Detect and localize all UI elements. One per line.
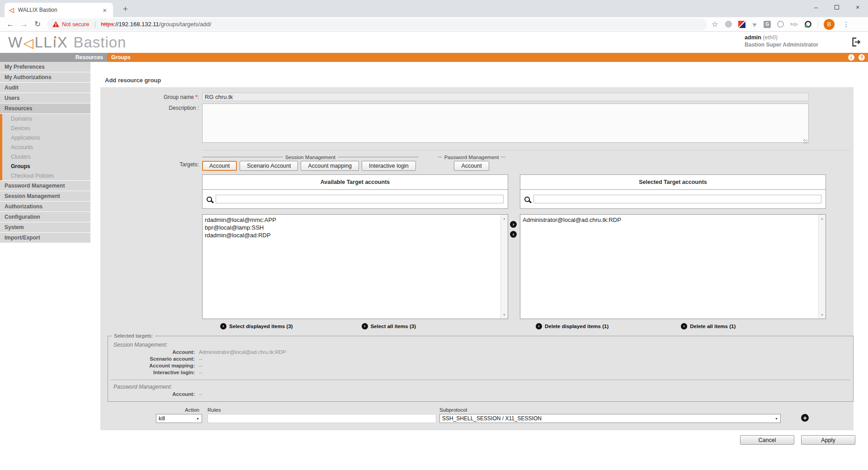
available-search-input[interactable]	[216, 195, 504, 203]
cookie-extension-icon[interactable]	[725, 21, 732, 28]
logout-icon[interactable]	[850, 36, 862, 50]
move-left-button[interactable]: ‹	[510, 231, 517, 238]
scroll-up-icon[interactable]: ▲	[501, 215, 508, 222]
delete-displayed-items-link[interactable]: ‹ Delete displayed items (1)	[536, 323, 609, 329]
scroll-down-icon[interactable]: ▼	[819, 311, 826, 318]
scrollbar[interactable]: ▲ ▼	[818, 215, 826, 319]
resize-grip-icon[interactable]	[803, 139, 808, 144]
description-label: Description :	[100, 103, 199, 145]
logo-w: W	[8, 34, 23, 51]
selected-search-input[interactable]	[533, 195, 821, 203]
select-displayed-items-link[interactable]: › Select displayed items (3)	[220, 323, 293, 329]
window-close-button[interactable]: ×	[847, 0, 868, 14]
sidebar-item-checkout-policies[interactable]: Checkout Policies	[2, 171, 90, 180]
window-minimize-button[interactable]: –	[806, 0, 826, 14]
back-icon[interactable]: ←	[4, 20, 17, 29]
sidebar-item-configuration[interactable]: Configuration	[0, 212, 90, 222]
wallix-favicon-icon: ◁	[9, 6, 14, 14]
sidebar-item-password-management[interactable]: Password Management	[0, 181, 90, 191]
sql-extension-icon[interactable]: SQL	[790, 22, 798, 26]
sidebar-item-users[interactable]: Users	[0, 93, 90, 103]
chevron-down-icon: ▼	[196, 417, 199, 420]
g-extension-icon[interactable]: G	[764, 21, 771, 28]
address-bar[interactable]: Not secure | https://192.168.132.11/grou…	[47, 19, 707, 30]
app-header: W◁LLıXBastion admin (eth0) Bastion Super…	[0, 32, 868, 53]
circle-extension-icon[interactable]	[777, 21, 784, 28]
select-all-items-link[interactable]: › Select all items (3)	[362, 323, 416, 329]
arrow-right-circle-icon: ›	[220, 323, 226, 329]
summary-row-value: --	[199, 370, 203, 375]
list-item[interactable]: rdadmin@local@mmc:APP	[203, 216, 499, 224]
reload-icon[interactable]: ↻	[31, 19, 44, 29]
sidebar-item-my-authorizations[interactable]: My Authorizations	[0, 72, 90, 82]
scroll-down-icon[interactable]: ▼	[501, 311, 508, 318]
q-extension-icon[interactable]	[805, 21, 811, 28]
forward-icon[interactable]: →	[17, 20, 31, 29]
group-name-input[interactable]	[202, 93, 809, 101]
window-restore-button[interactable]	[826, 0, 847, 14]
new-tab-button[interactable]: +	[120, 4, 131, 15]
arrow-left-circle-icon: ‹	[536, 323, 542, 329]
target-type-account-button[interactable]: Account	[202, 161, 237, 171]
flag-extension-icon[interactable]	[738, 21, 745, 28]
browser-menu-icon[interactable]: ⋮	[840, 20, 852, 28]
target-type-account-mapping-button[interactable]: Account mapping	[301, 161, 359, 171]
info-icon[interactable]: i	[848, 54, 854, 61]
sidebar-item-authorizations[interactable]: Authorizations	[0, 202, 90, 212]
bookmark-star-icon[interactable]: ☆	[712, 20, 718, 28]
navbar-item-resources[interactable]: Resources	[75, 54, 103, 61]
sidebar-item-domains[interactable]: Domains	[2, 114, 90, 123]
apply-button[interactable]: Apply	[801, 435, 855, 445]
sidebar-item-accounts[interactable]: Accounts	[2, 142, 90, 152]
group-name-label: Group name *:	[100, 93, 199, 101]
list-item[interactable]: bpr@local@lamp:SSH	[203, 224, 499, 231]
help-icon[interactable]: ?	[859, 54, 865, 61]
cancel-button[interactable]: Cancel	[740, 435, 794, 445]
tab-close-icon[interactable]: ×	[101, 6, 108, 14]
navbar-item-groups[interactable]: Groups	[111, 54, 131, 61]
selected-accounts-column: Selected Target accounts Administrator@l…	[520, 174, 826, 329]
omnibox-divider: |	[94, 20, 96, 28]
sidebar-item-applications[interactable]: Applications	[2, 133, 90, 142]
main-content: Add resource group Group name *: Descrip…	[90, 62, 868, 470]
targets-label: Targets:	[100, 154, 199, 171]
delete-all-items-link[interactable]: ‹ Delete all items (1)	[681, 323, 736, 329]
sidebar-item-devices[interactable]: Devices	[2, 123, 90, 133]
target-type-interactive-login-button[interactable]: Interactive login	[362, 161, 416, 171]
action-select[interactable]: kill ▼	[156, 414, 202, 423]
scroll-up-icon[interactable]: ▲	[819, 215, 826, 222]
sidebar-item-import-export[interactable]: Import/Export	[0, 233, 90, 243]
summary-row-label: Scenario account:	[108, 356, 195, 362]
sidebar-item-audit[interactable]: Audit	[0, 83, 90, 93]
subprotocol-label: Subprotocol	[439, 407, 781, 413]
sidebar-item-clusters[interactable]: Clusters	[2, 152, 90, 161]
not-secure-label[interactable]: Not secure	[62, 21, 89, 28]
search-icon	[524, 197, 530, 202]
sidebar-item-resources[interactable]: Resources	[0, 103, 90, 113]
add-rule-button[interactable]: +	[801, 414, 809, 422]
subprotocol-select[interactable]: SSH_SHELL_SESSION / X11_SESSION ▼	[439, 414, 781, 423]
summary-row-label: Account mapping:	[108, 363, 195, 368]
browser-tab[interactable]: ◁ WALLIX Bastion ×	[5, 3, 113, 17]
cursor-extension-icon[interactable]: ➤	[751, 20, 759, 28]
password-account-button[interactable]: Account	[454, 161, 489, 171]
sidebar-item-my-preferences[interactable]: My Preferences	[0, 62, 90, 72]
description-textarea[interactable]	[202, 103, 809, 143]
available-accounts-listbox[interactable]: rdadmin@local@mmc:APP bpr@local@lamp:SSH…	[202, 214, 508, 319]
list-item[interactable]: Administrator@local@ad.chru.tk:RDP	[520, 216, 816, 224]
summary-password-heading: Password Management:	[113, 384, 853, 390]
profile-avatar[interactable]: B	[824, 19, 835, 30]
password-management-legend: Password Management	[438, 154, 506, 160]
rules-label: Rules	[208, 407, 436, 413]
sidebar-item-system[interactable]: System	[0, 222, 90, 232]
rules-input[interactable]	[208, 414, 436, 423]
scrollbar[interactable]: ▲ ▼	[500, 215, 508, 319]
move-right-button[interactable]: ›	[510, 221, 517, 228]
sidebar-item-session-management[interactable]: Session Management	[0, 191, 90, 201]
list-item[interactable]: rdadmin@local@ad:RDP	[203, 231, 499, 239]
selected-accounts-listbox[interactable]: Administrator@local@ad.chru.tk:RDP ▲ ▼	[520, 214, 826, 319]
sidebar-item-groups[interactable]: Groups	[2, 161, 90, 171]
move-buttons: › ‹	[510, 221, 517, 238]
add-group-form-panel: Group name *: Description : Targets: Ses…	[100, 87, 854, 430]
target-type-scenario-account-button[interactable]: Scenario Account	[240, 161, 298, 171]
